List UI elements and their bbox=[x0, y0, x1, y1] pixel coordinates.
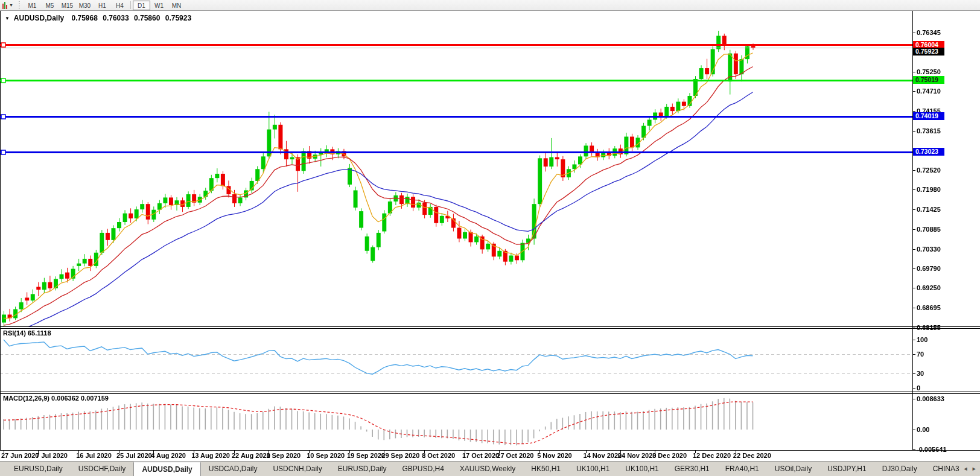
tab-ger30-h1[interactable]: GER30,H1 bbox=[667, 462, 718, 476]
tab-fra40-h1[interactable]: FRA40,H1 bbox=[718, 462, 767, 476]
candlestick-chart-icon bbox=[2, 2, 7, 9]
tab-audusd-daily[interactable]: AUDUSD,Daily bbox=[133, 462, 200, 476]
tab-eurusd-daily[interactable]: EURUSD,Daily bbox=[330, 462, 395, 476]
toolbar-grip-handle[interactable] bbox=[18, 1, 21, 10]
tab-xauusd-weekly[interactable]: XAUUSD,Weekly bbox=[452, 462, 523, 476]
price-chart-canvas[interactable] bbox=[0, 0, 980, 476]
timeframe-button-m15[interactable]: M15 bbox=[59, 1, 76, 10]
tab-scroll-right-icon[interactable]: ► bbox=[972, 466, 977, 472]
tab-uk100-h1[interactable]: UK100,H1 bbox=[617, 462, 666, 476]
tab-usdjpy-h1[interactable]: USDJPY,H1 bbox=[819, 462, 874, 476]
chart-tool-dropdown[interactable]: ▼ bbox=[0, 0, 16, 10]
timeframe-button-m1[interactable]: M1 bbox=[24, 1, 41, 10]
tab-eurusd-daily[interactable]: EURUSD,Daily bbox=[6, 462, 71, 476]
timeframe-button-mn[interactable]: MN bbox=[168, 1, 185, 10]
tab-gbpusd-h4[interactable]: GBPUSD,H4 bbox=[394, 462, 451, 476]
tab-uk100-h1[interactable]: UK100,H1 bbox=[568, 462, 617, 476]
tab-dj30-daily[interactable]: DJ30,Daily bbox=[874, 462, 925, 476]
timeframe-button-m30[interactable]: M30 bbox=[76, 1, 94, 10]
tab-usdcnh-daily[interactable]: USDCNH,Daily bbox=[265, 462, 329, 476]
instrument-tab-bar: EURUSD,DailyUSDCHF,DailyAUDUSD,DailyUSDC… bbox=[0, 461, 980, 476]
timeframe-toolbar: ▼ M1M5M15M30H1H4D1W1MN bbox=[0, 0, 980, 11]
timeframe-button-w1[interactable]: W1 bbox=[150, 1, 168, 10]
trading-platform-window: ▼ M1M5M15M30H1H4D1W1MN ▼ AUDUSD,Daily 0.… bbox=[0, 0, 980, 476]
tab-usdchf-daily[interactable]: USDCHF,Daily bbox=[71, 462, 134, 476]
timeframe-button-h4[interactable]: H4 bbox=[111, 1, 129, 10]
tab-hk50-h1[interactable]: HK50,H1 bbox=[523, 462, 568, 476]
tab-usoil-daily[interactable]: USOil,Daily bbox=[767, 462, 819, 476]
tab-scroll-left-icon[interactable]: ◄ bbox=[962, 466, 968, 472]
toolbar-divider bbox=[130, 1, 131, 9]
timeframe-button-h1[interactable]: H1 bbox=[94, 1, 111, 10]
tab-usdcad-daily[interactable]: USDCAD,Daily bbox=[201, 462, 266, 476]
timeframe-button-m5[interactable]: M5 bbox=[41, 1, 59, 10]
timeframe-button-d1[interactable]: D1 bbox=[133, 1, 150, 10]
chevron-down-icon: ▼ bbox=[9, 3, 13, 7]
tab-scroll-controls: ◄ ► bbox=[959, 461, 980, 476]
